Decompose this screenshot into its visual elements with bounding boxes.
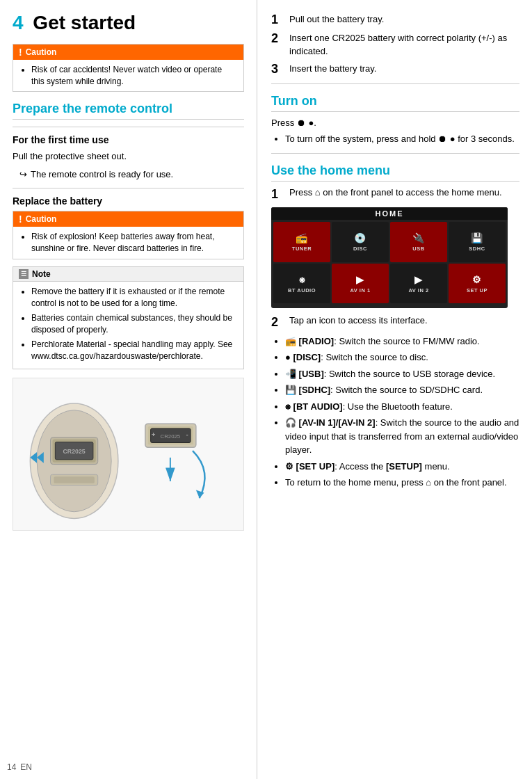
caution-box-battery: ! Caution Risk of explosion! Keep batter…	[13, 211, 244, 259]
use-home-menu-section: Use the home menu 1 Press ⌂ on the front…	[271, 163, 519, 490]
battery-illustration-area: CR2025 CR2025 + -	[13, 378, 244, 531]
bullet-disc: ● [DISC]: Switch the source to disc.	[285, 351, 519, 364]
menu-disc: 💿 DISC	[332, 222, 389, 262]
bt-label: BT AUDIO	[288, 287, 316, 294]
home-menu-bullets: 📻 [RADIO]: Switch the source to FM/MW ra…	[271, 335, 519, 490]
battery-steps-list: 1 Pull out the battery tray. 2 Insert on…	[271, 13, 519, 77]
page-footer: 14 EN	[7, 762, 32, 772]
home-step-1: 1 Press ⌂ on the front panel to access t…	[271, 187, 519, 202]
home-menu-label: HOME	[271, 207, 508, 220]
bullet-avin: 🎧 [AV-IN 1]/[AV-IN 2]: Switch the source…	[285, 416, 519, 457]
home-menu-image: HOME 📻 TUNER 💿 DISC 🔌 USB 💾 SDHC	[271, 207, 508, 308]
usb-label: USB	[412, 246, 424, 252]
press-text: Press ⏺ ●.	[271, 118, 519, 128]
menu-bt-audio: ⎈ BT AUDIO	[273, 264, 330, 304]
home-step-2: 2 Tap an icon to access its interface.	[271, 315, 519, 330]
menu-tuner: 📻 TUNER	[273, 222, 330, 262]
arrow-icon: ↪	[19, 168, 27, 182]
caution-exclaim-icon: !	[19, 47, 22, 58]
divider-1	[13, 127, 244, 127]
av1-icon: ▶	[356, 274, 364, 285]
home-step-2-text: Tap an icon to access its interface.	[289, 315, 519, 326]
svg-rect-9	[54, 476, 94, 483]
step-2: 2 Insert one CR2025 battery with correct…	[271, 31, 519, 58]
note-item-2: Batteries contain chemical substances, t…	[31, 312, 236, 337]
first-time-body: Pull the protective sheet out.	[13, 150, 244, 163]
bullet-radio: 📻 [RADIO]: Switch the source to FM/MW ra…	[285, 335, 519, 348]
note-body: Remove the battery if it is exhausted or…	[13, 282, 243, 369]
usb-icon: 🔌	[412, 232, 425, 243]
first-time-title: For the first time use	[13, 134, 244, 145]
chapter-number: 4	[13, 12, 24, 33]
home-step-1-num: 1	[271, 187, 287, 202]
svg-text:+: +	[152, 431, 156, 438]
av2-icon: ▶	[414, 274, 423, 285]
right-column: 1 Pull out the battery tray. 2 Insert on…	[257, 0, 532, 779]
bullet-setup: ⚙ [SET UP]: Access the [SETUP] menu.	[285, 460, 519, 474]
step-2-num: 2	[271, 31, 287, 47]
turn-on-bullets: To turn off the system, press and hold ⏺…	[271, 132, 519, 146]
setup-label: SET UP	[467, 287, 487, 294]
home-step-2-num: 2	[271, 315, 287, 330]
divider-right-2	[271, 153, 519, 154]
menu-setup: ⚙ SET UP	[449, 264, 506, 304]
menu-av-in-1: ▶ AV IN 1	[332, 264, 389, 304]
caution-body-battery: Risk of explosion! Keep batteries away f…	[13, 227, 243, 259]
disc-label: DISC	[353, 246, 367, 252]
note-box-battery: ☰ Note Remove the battery if it is exhau…	[13, 266, 244, 369]
home-step-1-text: Press ⌂ on the front panel to access the…	[289, 187, 519, 198]
note-icon: ☰	[19, 269, 29, 279]
bt-icon: ⎈	[299, 274, 305, 285]
page-language: EN	[20, 762, 32, 772]
bullet-usb: 📲 [USB]: Switch the source to USB storag…	[285, 367, 519, 381]
home-menu-title: Use the home menu	[271, 163, 519, 182]
av2-label: AV IN 2	[408, 287, 428, 294]
caution-header-battery: ! Caution	[13, 211, 243, 227]
svg-text:-: -	[186, 431, 188, 438]
chapter-title: 4 Get started	[13, 13, 244, 34]
sdhc-icon: 💾	[471, 232, 483, 243]
bullet-bt: ⎈ [BT AUDIO]: Use the Bluetooth feature.	[285, 400, 519, 414]
step-1: 1 Pull out the battery tray.	[271, 13, 519, 28]
turn-on-section: Turn on Press ⏺ ●. To turn off the syste…	[271, 94, 519, 146]
note-header: ☰ Note	[13, 267, 243, 282]
menu-av-in-2: ▶ AV IN 2	[390, 264, 447, 304]
caution-item: Risk of car accidents! Never watch video…	[31, 64, 236, 88]
divider-right-1	[271, 83, 519, 84]
svg-text:CR2025: CR2025	[161, 433, 181, 440]
caution-header-top: ! Caution	[13, 45, 243, 60]
note-item-3: Perchlorate Material - special handling …	[31, 339, 236, 363]
caution-body-top: Risk of car accidents! Never watch video…	[13, 60, 243, 92]
bullet-return: To return to the home menu, press ⌂ on t…	[285, 476, 519, 490]
step-3-num: 3	[271, 62, 287, 77]
caution-exclaim-battery-icon: !	[19, 214, 22, 225]
menu-usb: 🔌 USB	[390, 222, 447, 262]
bullet-sdhc: 💾 [SDHC]: Switch the source to SD/SDHC c…	[285, 383, 519, 397]
tuner-icon: 📻	[296, 232, 308, 243]
setup-icon: ⚙	[472, 274, 482, 285]
battery-svg: CR2025 CR2025 + -	[13, 381, 243, 527]
tuner-label: TUNER	[292, 246, 312, 252]
left-column: 4 Get started ! Caution Risk of car acci…	[0, 0, 257, 779]
step-3-text: Insert the battery tray.	[289, 62, 519, 76]
turn-on-title: Turn on	[271, 94, 519, 112]
step-3: 3 Insert the battery tray.	[271, 62, 519, 77]
caution-box-top: ! Caution Risk of car accidents! Never w…	[13, 44, 244, 93]
prepare-section-title: Prepare the remote control	[13, 102, 244, 120]
sdhc-label: SDHC	[469, 246, 485, 252]
svg-text:CR2025: CR2025	[63, 448, 86, 455]
disc-icon: 💿	[354, 232, 366, 243]
step-1-num: 1	[271, 13, 287, 28]
caution-battery-item: Risk of explosion! Keep batteries away f…	[31, 231, 236, 255]
av1-label: AV IN 1	[350, 287, 370, 294]
menu-sdhc: 💾 SDHC	[449, 222, 506, 262]
step-1-text: Pull out the battery tray.	[289, 13, 519, 26]
note-item-1: Remove the battery if it is exhausted or…	[31, 286, 236, 310]
page-number: 14	[7, 762, 16, 772]
home-menu-grid: 📻 TUNER 💿 DISC 🔌 USB 💾 SDHC ⎈	[271, 220, 508, 305]
first-time-arrow: ↪ The remote control is ready for use.	[19, 168, 244, 182]
replace-battery-title: Replace the battery	[13, 195, 244, 207]
divider-2	[13, 188, 244, 188]
step-2-text: Insert one CR2025 battery with correct p…	[289, 31, 519, 58]
turn-off-bullet: To turn off the system, press and hold ⏺…	[285, 132, 519, 146]
